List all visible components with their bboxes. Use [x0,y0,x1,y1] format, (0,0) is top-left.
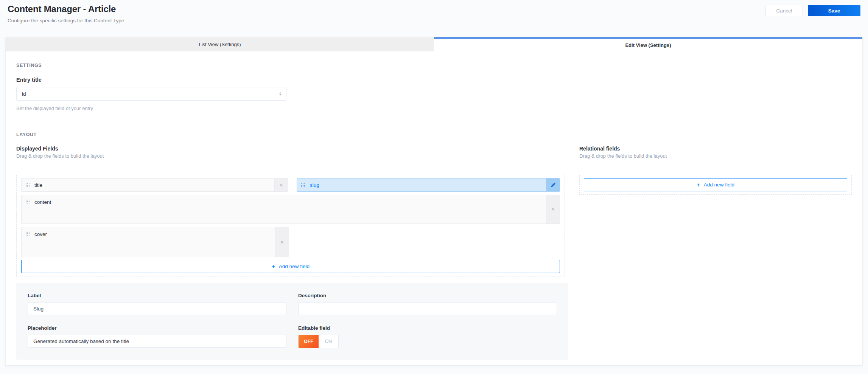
displayed-fields-title: Displayed Fields [16,146,565,152]
pencil-icon [551,182,556,188]
displayed-fields-subtitle: Drag & drop the fields to build the layo… [16,153,565,159]
relational-fields-title: Relational fields [579,146,852,152]
label-field-group: Label [28,293,286,315]
drag-handle-icon[interactable] [25,183,30,187]
add-new-field-label: Add new field [279,264,310,269]
placeholder-field-group: Placeholder [28,325,286,348]
entry-title-select[interactable]: id ▲ ▼ [16,87,286,101]
description-input[interactable] [298,302,557,315]
drag-handle-icon[interactable] [25,231,30,236]
label-field-label: Label [28,293,286,298]
field-chip-label: title [34,182,42,188]
placeholder-field-label: Placeholder [28,325,286,331]
drag-handle-icon[interactable] [301,183,305,187]
remove-field-button[interactable]: ✕ [274,178,288,191]
add-new-relational-field-button[interactable]: + Add new field [584,178,847,191]
field-row: title ✕ slug [21,178,560,192]
remove-field-button[interactable]: ✕ [546,195,560,223]
page-header: Content Manager - Article Configure the … [0,0,868,37]
view-tabs: List View (Settings) Edit View (Settings… [6,37,862,51]
editable-toggle: OFF ON [298,335,339,348]
select-stepper-icon[interactable]: ▲ ▼ [279,92,282,96]
edit-field-button[interactable] [546,178,560,191]
page-title: Content Manager - Article [8,4,116,14]
editable-field-label: Editable field [298,325,557,331]
field-chip-label: content [34,199,51,205]
main-panel: List View (Settings) Edit View (Settings… [5,37,863,366]
field-chip-body: title [22,182,274,188]
field-chip-content[interactable]: content ✕ [21,195,560,224]
toggle-on-button[interactable]: ON [319,335,338,348]
relational-fields-dropzone: + Add new field [579,175,852,195]
plus-icon: + [272,264,275,269]
relational-fields-column: Relational fields Drag & drop the fields… [579,146,852,195]
entry-title-label: Entry title [16,77,852,83]
field-chip-title[interactable]: title ✕ [21,178,288,192]
tab-edit-view-settings[interactable]: Edit View (Settings) [434,37,862,51]
field-chip-body: slug [297,182,546,188]
displayed-fields-column: Displayed Fields Drag & drop the fields … [16,146,565,276]
relational-fields-subtitle: Drag & drop the fields to build the layo… [579,153,852,159]
field-chip-label: cover [34,231,47,237]
add-new-field-button[interactable]: + Add new field [21,260,560,273]
add-new-field-label: Add new field [704,182,734,188]
field-chip-body: cover [22,227,275,257]
displayed-fields-dropzone: title ✕ slug [16,175,565,276]
remove-field-button[interactable]: ✕ [275,227,289,257]
plus-icon: + [697,182,700,188]
save-button[interactable]: Save [808,5,860,16]
layout-section-title: LAYOUT [16,132,852,137]
entry-title-help: Set the displayed field of your entry [16,106,852,111]
editable-field-group: Editable field OFF ON [298,325,557,348]
entry-title-selected-value: id [22,91,279,97]
description-field-group: Description [298,293,557,315]
section-divider [16,124,852,124]
field-settings-grid: Label Description Placeholder Editable f… [28,293,557,348]
field-chip-slug[interactable]: slug [297,178,560,192]
field-chip-cover[interactable]: cover ✕ [21,227,289,257]
field-settings-panel: Label Description Placeholder Editable f… [16,283,568,360]
drag-handle-icon[interactable] [25,199,30,203]
layout-columns: Displayed Fields Drag & drop the fields … [16,146,852,276]
header-actions: Cancel Save [765,5,860,16]
tab-list-view-settings[interactable]: List View (Settings) [6,37,434,51]
settings-section-title: SETTINGS [16,63,852,68]
toggle-off-button[interactable]: OFF [299,335,319,348]
page-subtitle: Configure the specific settings for this… [8,18,124,23]
field-chip-label: slug [310,182,319,188]
cancel-button[interactable]: Cancel [765,5,803,16]
label-input[interactable] [28,302,286,315]
edit-view-content: SETTINGS Entry title id ▲ ▼ Set the disp… [6,63,862,373]
description-field-label: Description [298,293,557,298]
field-chip-body: content [22,195,546,223]
placeholder-input[interactable] [28,335,286,348]
stepper-down-icon[interactable]: ▼ [279,94,282,96]
